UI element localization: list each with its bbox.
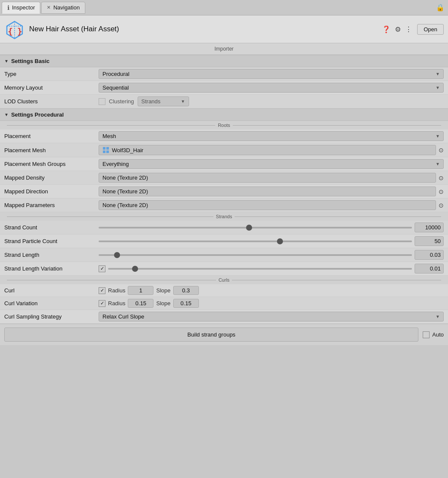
placement-mesh-groups-dropdown[interactable]: Everything ▼ — [99, 159, 444, 169]
lod-dropdown-value: Strands — [141, 98, 161, 105]
mapped-density-pick-btn[interactable]: ⊙ — [439, 174, 444, 181]
svg-rect-7 — [103, 150, 105, 153]
curl-variation-checkbox[interactable] — [99, 300, 105, 307]
tab-inspector-label: Inspector — [12, 4, 35, 11]
strands-label: Strands — [216, 214, 232, 219]
curl-label: Curl — [4, 287, 99, 294]
placement-mesh-groups-dropdown-arrow: ▼ — [436, 162, 440, 166]
memory-layout-value: Sequential — [102, 84, 129, 91]
strand-particle-count-input[interactable] — [415, 236, 444, 246]
field-placement-mesh-groups: Placement Mesh Groups Everything ▼ — [0, 157, 448, 171]
auto-row: Auto — [423, 331, 444, 338]
importer-label: Importer — [0, 43, 448, 55]
field-type: Type Procedural ▼ — [0, 67, 448, 81]
memory-layout-dropdown-arrow: ▼ — [436, 85, 440, 90]
field-lod-clusters: LOD Clusters Clustering Strands ▼ — [0, 95, 448, 108]
settings-button[interactable]: ⚙ — [394, 24, 402, 34]
curl-variation-slope-input[interactable] — [173, 299, 199, 308]
field-strand-length-variation: Strand Length Variation — [0, 262, 448, 276]
lod-clusters-label: LOD Clusters — [4, 98, 99, 105]
strand-count-input[interactable] — [415, 222, 444, 232]
curl-variation-radius-input[interactable] — [128, 299, 153, 308]
mapped-direction-value: None (Texture 2D) — [102, 188, 148, 195]
strand-length-label: Strand Length — [4, 252, 99, 258]
build-strand-groups-button[interactable]: Build strand groups — [4, 328, 418, 342]
strand-length-variation-label: Strand Length Variation — [4, 265, 99, 272]
curl-variation-slope-label: Slope — [156, 300, 170, 307]
placement-label: Placement — [4, 133, 99, 139]
mapped-parameters-label: Mapped Parameters — [4, 202, 99, 208]
svg-text:}: } — [17, 26, 22, 36]
strand-particle-count-slider[interactable] — [99, 241, 412, 242]
field-curl: Curl Radius Slope — [0, 284, 448, 297]
help-button[interactable]: ❓ — [381, 24, 391, 34]
curl-slope-label: Slope — [156, 287, 170, 294]
curl-checkbox[interactable] — [99, 287, 105, 294]
curl-variation-radius-label: Radius — [108, 300, 125, 307]
svg-rect-8 — [106, 150, 109, 153]
lod-dropdown-arrow: ▼ — [181, 99, 185, 104]
section-settings-procedural[interactable]: ▼ Settings Procedural — [0, 108, 448, 121]
tab-inspector[interactable]: ℹ Inspector — [2, 2, 40, 14]
field-memory-layout: Memory Layout Sequential ▼ — [0, 81, 448, 95]
strand-length-slider[interactable] — [99, 254, 412, 256]
placement-dropdown[interactable]: Mesh ▼ — [99, 131, 444, 141]
curl-radius-input[interactable] — [128, 286, 153, 295]
header-actions: ❓ ⚙ ⋮ — [381, 24, 413, 34]
placement-mesh-pick-btn[interactable]: ⊙ — [439, 147, 444, 153]
strand-length-variation-slider[interactable] — [108, 268, 412, 270]
placement-mesh-field: Wolf3D_Hair — [99, 145, 436, 155]
lod-checkbox[interactable] — [99, 98, 105, 105]
field-mapped-density: Mapped Density None (Texture 2D) ⊙ — [0, 171, 448, 185]
field-placement-mesh: Placement Mesh Wolf3D_Hair ⊙ — [0, 143, 448, 157]
section-basic-label: Settings Basic — [11, 58, 50, 64]
field-mapped-direction: Mapped Direction None (Texture 2D) ⊙ — [0, 185, 448, 198]
strands-subsection: Strands — [0, 212, 448, 221]
strand-length-input[interactable] — [415, 250, 444, 260]
curl-sampling-strategy-dropdown[interactable]: Relax Curl Slope ▼ — [99, 312, 444, 322]
svg-rect-5 — [103, 147, 105, 150]
memory-layout-dropdown[interactable]: Sequential ▼ — [99, 83, 444, 93]
more-button[interactable]: ⋮ — [404, 24, 413, 34]
mapped-density-value: None (Texture 2D) — [102, 174, 148, 181]
asset-header: { } New Hair Asset (Hair Asset) ❓ ⚙ ⋮ Op… — [0, 15, 448, 43]
lock-icon: 🔒 — [436, 3, 445, 12]
field-strand-count: Strand Count — [0, 221, 448, 234]
mapped-parameters-value: None (Texture 2D) — [102, 202, 148, 208]
mapped-parameters-pick-btn[interactable]: ⊙ — [439, 202, 444, 209]
field-placement: Placement Mesh ▼ — [0, 129, 448, 143]
placement-value: Mesh — [102, 133, 116, 139]
strand-length-variation-input[interactable] — [415, 264, 444, 274]
field-curl-variation: Curl Variation Radius Slope — [0, 297, 448, 310]
section-settings-basic[interactable]: ▼ Settings Basic — [0, 55, 448, 67]
type-dropdown[interactable]: Procedural ▼ — [99, 69, 444, 79]
tab-navigation-label: Navigation — [53, 4, 79, 11]
curl-radius-label: Radius — [108, 287, 125, 294]
strand-count-label: Strand Count — [4, 224, 99, 231]
bottom-bar: Build strand groups Auto — [0, 324, 448, 345]
type-label: Type — [4, 71, 99, 77]
mapped-direction-pick-btn[interactable]: ⊙ — [439, 188, 444, 195]
placement-dropdown-arrow: ▼ — [436, 134, 440, 138]
curl-sampling-strategy-dropdown-arrow: ▼ — [436, 314, 440, 319]
placement-mesh-label: Placement Mesh — [4, 147, 99, 153]
tab-navigation[interactable]: ✕ Navigation — [41, 2, 85, 14]
curl-slope-input[interactable] — [173, 286, 199, 295]
mapped-density-label: Mapped Density — [4, 174, 99, 181]
roots-subsection: Roots — [0, 121, 448, 129]
mapped-direction-field: None (Texture 2D) — [99, 186, 436, 196]
auto-checkbox[interactable] — [423, 331, 430, 338]
curls-subsection: Curls — [0, 276, 448, 284]
strand-length-variation-checkbox[interactable] — [99, 265, 105, 272]
field-mapped-parameters: Mapped Parameters None (Texture 2D) ⊙ — [0, 198, 448, 212]
section-basic-arrow: ▼ — [4, 59, 9, 63]
open-button[interactable]: Open — [417, 24, 444, 35]
strand-count-slider[interactable] — [99, 227, 412, 228]
type-value: Procedural — [102, 71, 129, 77]
svg-text:{: { — [8, 26, 13, 36]
curl-sampling-strategy-value: Relax Curl Slope — [102, 313, 144, 320]
tab-close-icon: ✕ — [47, 5, 51, 10]
mapped-density-field: None (Texture 2D) — [99, 173, 436, 183]
lod-strands-dropdown[interactable]: Strands ▼ — [138, 96, 189, 106]
asset-icon: { } — [4, 19, 25, 39]
